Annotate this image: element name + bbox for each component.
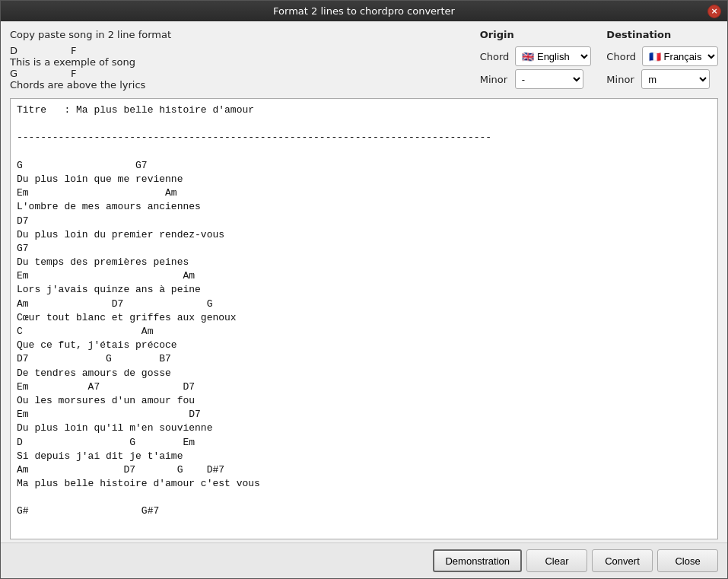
destination-chord-label: Chord xyxy=(606,51,636,62)
textarea-container: Titre : Ma plus belle histoire d'amour -… xyxy=(1,95,727,542)
main-window: Format 2 lines to chordpro converter × C… xyxy=(0,0,728,579)
window-close-button[interactable]: × xyxy=(707,5,721,18)
origin-minor-label: Minor xyxy=(480,74,509,85)
lyric-row-2: Chords are above the lyrics xyxy=(10,79,465,91)
chord-row-1: D F xyxy=(10,45,465,56)
lyric-row-1: This is a exemple of song xyxy=(10,56,465,68)
convert-button[interactable]: Convert xyxy=(592,549,653,572)
origin-title: Origin xyxy=(480,29,592,40)
clear-button[interactable]: Clear xyxy=(526,549,587,572)
destination-title: Destination xyxy=(606,29,718,40)
demonstration-button[interactable]: Demonstration xyxy=(433,549,522,572)
origin-chord-select[interactable]: 🇬🇧 English 🇫🇷 Français 🇩🇪 Deutsch 🇪🇸 Esp… xyxy=(515,46,591,66)
chord-f: F xyxy=(71,45,76,56)
destination-group: Destination Chord 🇬🇧 English 🇫🇷 Français… xyxy=(606,29,718,89)
close-button[interactable]: Close xyxy=(657,549,718,572)
origin-dest-section: Origin Chord 🇬🇧 English 🇫🇷 Français 🇩🇪 D… xyxy=(480,29,718,89)
origin-chord-label: Chord xyxy=(480,51,510,62)
song-textarea[interactable]: Titre : Ma plus belle histoire d'amour -… xyxy=(10,98,718,539)
chord-f2: F xyxy=(71,68,76,79)
top-section: Copy paste song in 2 line format D F Thi… xyxy=(1,21,727,95)
example-block: D F This is a exemple of song G F Chords… xyxy=(10,45,465,91)
origin-group: Origin Chord 🇬🇧 English 🇫🇷 Français 🇩🇪 D… xyxy=(480,29,592,89)
destination-chord-row: Chord 🇬🇧 English 🇫🇷 Français 🇩🇪 Deutsch … xyxy=(606,46,718,66)
titlebar: Format 2 lines to chordpro converter × xyxy=(1,1,727,21)
chord-g: G xyxy=(10,68,71,79)
chord-d: D xyxy=(10,45,71,56)
window-title: Format 2 lines to chordpro converter xyxy=(273,5,455,17)
origin-minor-row: Minor - m min mi xyxy=(480,69,592,89)
destination-chord-select[interactable]: 🇬🇧 English 🇫🇷 Français 🇩🇪 Deutsch 🇪🇸 Esp… xyxy=(642,46,718,66)
description-block: Copy paste song in 2 line format D F Thi… xyxy=(10,29,465,91)
origin-minor-select[interactable]: - m min mi xyxy=(515,69,583,89)
destination-minor-select[interactable]: - m min mi xyxy=(641,69,710,89)
description-title: Copy paste song in 2 line format xyxy=(10,29,465,40)
destination-minor-row: Minor - m min mi xyxy=(606,69,718,89)
footer: Demonstration Clear Convert Close xyxy=(1,542,727,578)
destination-minor-label: Minor xyxy=(606,74,635,85)
content-area: Copy paste song in 2 line format D F Thi… xyxy=(1,21,727,578)
origin-chord-row: Chord 🇬🇧 English 🇫🇷 Français 🇩🇪 Deutsch … xyxy=(480,46,592,66)
chord-row-2: G F xyxy=(10,68,465,79)
